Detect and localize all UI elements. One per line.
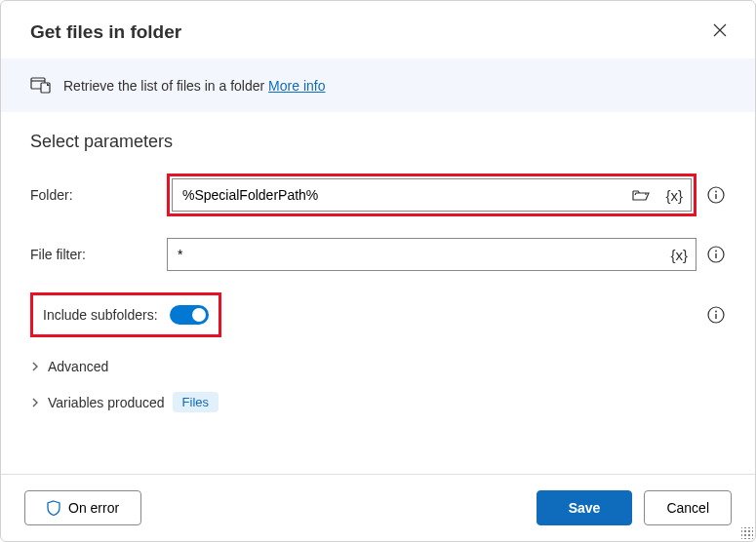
info-banner: Retrieve the list of files in a folder M… [1,58,755,112]
subfolders-info-button[interactable] [706,306,726,324]
folder-label: Folder: [30,187,167,203]
info-icon [707,306,725,324]
save-button[interactable]: Save [537,490,633,525]
section-title: Select parameters [30,132,726,152]
variables-label: Variables produced [48,395,165,410]
advanced-expander[interactable]: Advanced [30,359,726,374]
on-error-button[interactable]: On error [24,490,141,525]
browse-folder-button[interactable] [624,188,657,202]
on-error-label: On error [68,500,119,516]
dialog-get-files-in-folder: Get files in folder Retrieve the list of… [0,0,756,542]
filter-input-box: {x} [167,238,696,271]
folder-files-icon [30,74,52,97]
filter-label: File filter: [30,247,167,262]
shield-icon [47,500,60,516]
folder-info-button[interactable] [706,186,726,204]
close-button[interactable] [708,19,732,45]
svg-point-5 [715,251,717,252]
cancel-label: Cancel [666,500,709,516]
insert-variable-button-filter[interactable]: {x} [662,247,696,263]
save-label: Save [569,500,601,516]
variable-badge[interactable]: Files [173,392,219,412]
filter-input[interactable] [168,239,662,270]
dialog-body: Select parameters Folder: {x} [1,112,755,474]
subfolders-label: Include subfolders: [43,307,170,323]
dialog-title: Get files in folder [30,21,181,43]
svg-point-3 [715,191,717,193]
filter-info-button[interactable] [706,246,726,263]
close-icon [712,22,728,38]
folder-highlight: {x} [167,174,696,216]
cancel-button[interactable]: Cancel [644,490,732,525]
more-info-link[interactable]: More info [268,78,325,94]
resize-grip[interactable] [741,527,753,539]
chevron-right-icon [30,359,40,374]
info-icon [707,186,725,204]
advanced-label: Advanced [48,359,108,374]
banner-text: Retrieve the list of files in a folder M… [63,78,325,94]
dialog-header: Get files in folder [1,1,755,58]
subfolders-highlight: Include subfolders: [30,292,221,337]
dialog-footer: On error Save Cancel [1,474,755,541]
folder-open-icon [632,188,650,202]
variable-token-icon: {x} [670,247,688,263]
info-icon [707,246,725,263]
subfolders-toggle[interactable] [170,305,209,325]
folder-input[interactable] [173,179,624,211]
toggle-knob [192,308,206,322]
variables-expander[interactable]: Variables produced Files [30,392,726,412]
folder-input-box: {x} [172,178,692,212]
param-row-folder: Folder: {x} [30,174,726,216]
svg-point-7 [715,311,717,313]
param-row-subfolders: Include subfolders: [30,292,726,337]
insert-variable-button[interactable]: {x} [657,187,691,204]
svg-rect-1 [41,83,50,93]
variable-token-icon: {x} [665,187,683,204]
chevron-right-icon [30,395,40,410]
param-row-filter: File filter: {x} [30,238,726,271]
